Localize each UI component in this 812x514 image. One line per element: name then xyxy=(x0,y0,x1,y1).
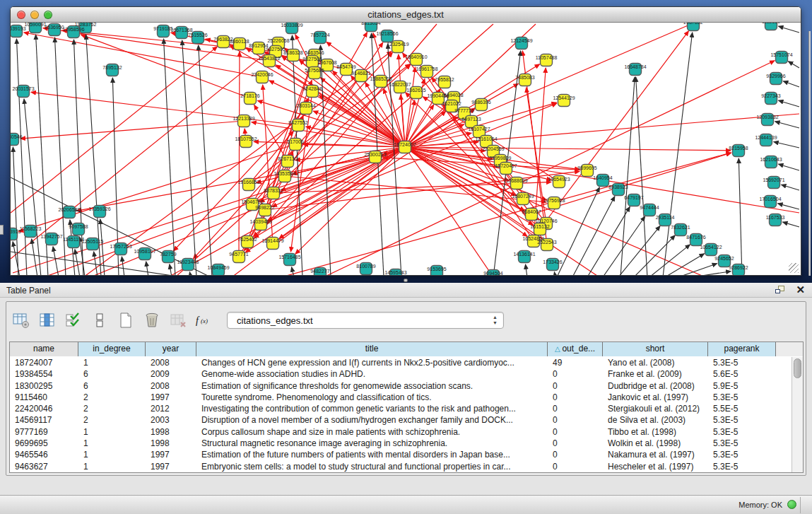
edge[interactable] xyxy=(320,45,331,275)
edge[interactable] xyxy=(405,67,416,147)
edge[interactable] xyxy=(739,158,742,275)
window-resize-grip[interactable] xyxy=(789,263,799,273)
table-cell[interactable]: Embryonic stem cells: a model to study s… xyxy=(196,461,548,472)
close-panel-icon[interactable]: ✕ xyxy=(796,285,805,295)
table-cell[interactable]: 2009 xyxy=(146,368,196,380)
table-cell[interactable]: 2008 xyxy=(146,380,196,392)
edge[interactable] xyxy=(782,185,799,190)
table-vertical-scrollbar[interactable] xyxy=(792,357,803,472)
table-row[interactable]: 911546021997Tourette syndrome. Phenomeno… xyxy=(10,392,791,403)
table-row[interactable]: 1456911722003Disruption of a novel membe… xyxy=(10,414,791,426)
table-cell[interactable]: 2 xyxy=(78,414,146,426)
table-cell[interactable]: 9777169 xyxy=(10,426,78,438)
table-cell[interactable]: de Silva et al. (2003) xyxy=(603,414,708,426)
table-cell[interactable]: 6 xyxy=(78,380,146,392)
table-cell[interactable]: 1998 xyxy=(146,438,196,449)
edge[interactable] xyxy=(554,272,555,275)
network-canvas[interactable]: 1872400779638228860128891295425226058932… xyxy=(11,23,801,275)
table-cell[interactable]: 1 xyxy=(78,357,146,368)
select-columns-icon[interactable] xyxy=(38,311,57,329)
column-header-out_de[interactable]: △ out_de... xyxy=(548,342,603,356)
table-cell[interactable]: Corpus callosum shape and size in male p… xyxy=(196,426,548,438)
table-cell[interactable]: 1 xyxy=(78,438,146,449)
edge[interactable] xyxy=(13,242,20,275)
column-header-pagerank[interactable]: pagerank xyxy=(708,342,776,356)
edge[interactable] xyxy=(100,219,105,275)
table-select-dropdown[interactable]: citations_edges.txt▲▼ xyxy=(227,312,504,329)
select-rows-icon[interactable] xyxy=(64,311,83,329)
table-cell[interactable]: Tourette syndrome. Phenomenology and cla… xyxy=(196,392,548,403)
edge[interactable] xyxy=(16,39,27,275)
table-cell[interactable]: 5.3E-5 xyxy=(708,414,776,426)
table-cell[interactable]: 1997 xyxy=(146,392,196,403)
edge[interactable] xyxy=(53,247,59,275)
table-cell[interactable]: 5.3E-5 xyxy=(708,449,776,460)
edge[interactable] xyxy=(778,204,799,209)
table-cell[interactable]: 0 xyxy=(548,461,603,472)
edge[interactable] xyxy=(779,164,799,170)
edge[interactable] xyxy=(774,142,799,148)
table-row[interactable]: 1938455462009Genome-wide association stu… xyxy=(10,368,791,380)
table-cell[interactable]: 18300295 xyxy=(10,380,78,392)
table-cell[interactable]: Changes of HCN gene expression and I(f) … xyxy=(196,357,548,368)
table-cell[interactable]: Dudbridge et al. (2008) xyxy=(603,380,708,392)
table-cell[interactable]: Jankovic et al. (1997) xyxy=(603,392,708,403)
table-cell[interactable]: 5.9E-5 xyxy=(708,380,776,392)
table-cell[interactable]: Franke et al. (2009) xyxy=(603,368,708,380)
edge[interactable] xyxy=(618,226,660,275)
table-cell[interactable]: 18724007 xyxy=(10,357,78,368)
table-cell[interactable]: 5.3E-5 xyxy=(708,461,776,472)
table-cell[interactable]: 5.5E-5 xyxy=(708,403,776,414)
table-cell[interactable]: Stergiakouli et al. (2012) xyxy=(603,403,708,414)
table-cell[interactable]: 0 xyxy=(548,449,603,460)
table-cell[interactable]: 2012 xyxy=(146,403,196,414)
modify-table-icon[interactable] xyxy=(12,311,30,329)
table-cell[interactable]: 0 xyxy=(548,438,603,449)
table-cell[interactable]: 5.3E-5 xyxy=(708,426,776,438)
table-cell[interactable]: 0 xyxy=(548,392,603,403)
edge[interactable] xyxy=(239,52,240,257)
table-cell[interactable]: 2 xyxy=(78,403,146,414)
network-window-titlebar[interactable]: citations_edges.txt xyxy=(11,7,801,23)
table-cell[interactable]: 0 xyxy=(548,403,603,414)
table-row[interactable]: 969969511998Structural magnetic resonanc… xyxy=(10,438,791,449)
scrollbar-thumb[interactable] xyxy=(794,358,801,378)
table-cell[interactable]: Disruption of a novel member of a sodium… xyxy=(196,414,548,426)
citation-network-graph[interactable]: 1872400779638228860128891295425226058932… xyxy=(11,23,801,275)
edge[interactable] xyxy=(649,245,690,275)
edge[interactable] xyxy=(383,158,587,170)
table-row[interactable]: 977716911998Corpus callosum shape and si… xyxy=(10,426,791,438)
table-cell[interactable]: 1997 xyxy=(146,461,196,472)
delete-rows-icon[interactable] xyxy=(143,311,161,329)
column-header-short[interactable]: short xyxy=(603,342,708,356)
edge[interactable] xyxy=(20,121,244,139)
split-pane-handle[interactable] xyxy=(404,279,408,282)
delete-table-icon[interactable] xyxy=(169,311,187,329)
table-cell[interactable]: 0 xyxy=(548,414,603,426)
edge[interactable] xyxy=(292,35,302,275)
edge[interactable] xyxy=(295,147,405,254)
table-cell[interactable]: 19384554 xyxy=(10,368,78,380)
table-row[interactable]: 1830029562008Estimation of significance … xyxy=(10,380,791,392)
table-cell[interactable]: 9115460 xyxy=(10,392,78,403)
new-table-icon[interactable] xyxy=(117,311,135,329)
table-cell[interactable]: 5.3E-5 xyxy=(708,438,776,449)
table-cell[interactable]: 5.3E-5 xyxy=(708,392,776,403)
edge[interactable] xyxy=(32,239,37,275)
table-cell[interactable]: Investigating the contribution of common… xyxy=(196,403,548,414)
table-cell[interactable]: 1998 xyxy=(146,426,196,438)
column-header-in_degree[interactable]: in_degree xyxy=(78,342,146,356)
table-row[interactable]: 2242004622012Investigating the contribut… xyxy=(10,403,791,414)
table-cell[interactable]: 2008 xyxy=(146,357,196,368)
table-cell[interactable]: 1 xyxy=(78,461,146,472)
table-cell[interactable]: Structural magnetic resonance image aver… xyxy=(196,438,548,449)
table-cell[interactable]: 22420046 xyxy=(10,403,78,414)
table-cell[interactable]: 5.3E-5 xyxy=(708,357,776,368)
table-cell[interactable]: 0 xyxy=(548,426,603,438)
edge[interactable] xyxy=(783,222,799,227)
table-cell[interactable]: 49 xyxy=(548,357,603,368)
table-cell[interactable]: Genome-wide association studies in ADHD. xyxy=(196,368,548,380)
table-cell[interactable]: Yano et al. (2008) xyxy=(603,357,708,368)
table-cell[interactable]: 2003 xyxy=(146,414,196,426)
table-cell[interactable]: 14569117 xyxy=(10,414,78,426)
